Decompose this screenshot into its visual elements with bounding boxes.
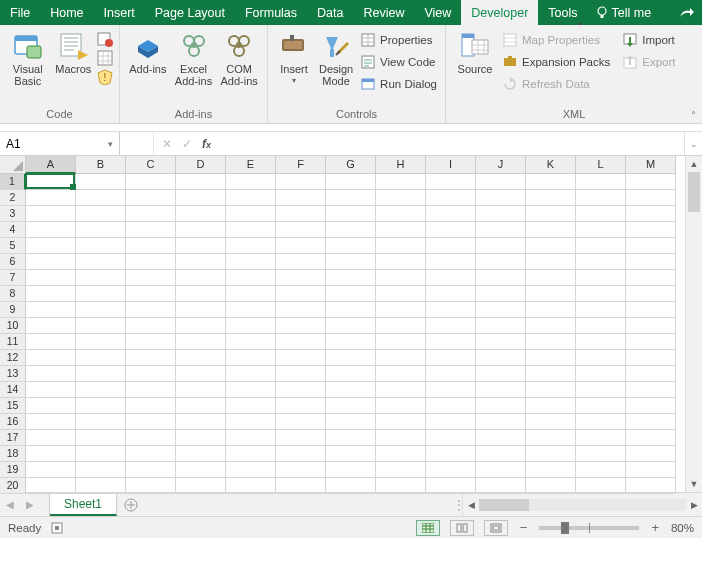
cell[interactable] — [576, 222, 626, 238]
view-page-break-button[interactable] — [484, 520, 508, 536]
tab-insert[interactable]: Insert — [94, 0, 145, 25]
cell[interactable] — [426, 462, 476, 478]
cell[interactable] — [326, 478, 376, 494]
cell[interactable] — [626, 270, 676, 286]
cell[interactable] — [426, 286, 476, 302]
cell[interactable] — [526, 238, 576, 254]
properties-button[interactable]: Properties — [358, 29, 439, 51]
cell[interactable] — [76, 254, 126, 270]
cell[interactable] — [326, 174, 376, 190]
cell[interactable] — [76, 222, 126, 238]
cell[interactable] — [176, 174, 226, 190]
cell[interactable] — [76, 174, 126, 190]
cell[interactable] — [626, 190, 676, 206]
cell[interactable] — [626, 478, 676, 494]
cell[interactable] — [426, 238, 476, 254]
cell[interactable] — [226, 302, 276, 318]
cell[interactable] — [626, 206, 676, 222]
cell[interactable] — [276, 174, 326, 190]
cell[interactable] — [576, 254, 626, 270]
cell[interactable] — [426, 382, 476, 398]
cell[interactable] — [326, 414, 376, 430]
column-header[interactable]: J — [476, 156, 526, 174]
row-header[interactable]: 5 — [0, 238, 26, 254]
cell[interactable] — [576, 398, 626, 414]
hscroll-thumb[interactable] — [479, 499, 529, 511]
scroll-up-icon[interactable]: ▲ — [686, 156, 702, 172]
row-header[interactable]: 17 — [0, 430, 26, 446]
cell[interactable] — [26, 398, 76, 414]
cell[interactable] — [26, 302, 76, 318]
run-dialog-button[interactable]: Run Dialog — [358, 73, 439, 95]
row-header[interactable]: 13 — [0, 366, 26, 382]
tab-view[interactable]: View — [414, 0, 461, 25]
cell[interactable] — [76, 206, 126, 222]
cell[interactable] — [476, 302, 526, 318]
view-normal-button[interactable] — [416, 520, 440, 536]
cell[interactable] — [26, 334, 76, 350]
cell[interactable] — [26, 430, 76, 446]
cell[interactable] — [226, 206, 276, 222]
expansion-packs-button[interactable]: Expansion Packs — [500, 51, 612, 73]
cell[interactable] — [426, 334, 476, 350]
cell[interactable] — [276, 350, 326, 366]
sheet-nav-prev-icon[interactable]: ◀ — [0, 493, 20, 516]
cell[interactable] — [126, 414, 176, 430]
cell[interactable] — [526, 430, 576, 446]
cell[interactable] — [576, 302, 626, 318]
cell[interactable] — [576, 206, 626, 222]
cell[interactable] — [326, 446, 376, 462]
cancel-formula-icon[interactable]: ✕ — [162, 137, 172, 151]
cell[interactable] — [226, 334, 276, 350]
row-header[interactable]: 7 — [0, 270, 26, 286]
cell[interactable] — [26, 382, 76, 398]
cell[interactable] — [426, 254, 476, 270]
column-header[interactable]: C — [126, 156, 176, 174]
cell[interactable] — [376, 446, 426, 462]
cell[interactable] — [426, 318, 476, 334]
cell[interactable] — [376, 190, 426, 206]
column-header[interactable]: L — [576, 156, 626, 174]
row-header[interactable]: 16 — [0, 414, 26, 430]
cell[interactable] — [426, 398, 476, 414]
cell[interactable] — [526, 222, 576, 238]
zoom-slider[interactable] — [539, 526, 639, 530]
cell[interactable] — [626, 430, 676, 446]
cell[interactable] — [76, 286, 126, 302]
row-header[interactable]: 12 — [0, 350, 26, 366]
cell[interactable] — [426, 222, 476, 238]
cell[interactable] — [276, 254, 326, 270]
cell[interactable] — [376, 238, 426, 254]
cell[interactable] — [226, 478, 276, 494]
cell[interactable] — [176, 206, 226, 222]
record-macro-icon[interactable] — [97, 31, 113, 47]
cell[interactable] — [176, 350, 226, 366]
scroll-right-icon[interactable]: ▶ — [686, 500, 702, 510]
cell[interactable] — [426, 350, 476, 366]
cell[interactable] — [326, 334, 376, 350]
cell[interactable] — [226, 398, 276, 414]
cell[interactable] — [126, 478, 176, 494]
cell[interactable] — [26, 478, 76, 494]
insert-function-icon[interactable]: fx — [202, 137, 211, 151]
cell[interactable] — [126, 302, 176, 318]
addins-button[interactable]: Add-ins — [126, 29, 170, 75]
tell-me[interactable]: Tell me — [588, 0, 660, 25]
cell[interactable] — [276, 222, 326, 238]
cell[interactable] — [426, 206, 476, 222]
cell[interactable] — [576, 446, 626, 462]
sheet-tab-1[interactable]: Sheet1 — [50, 493, 117, 516]
vertical-scrollbar[interactable]: ▲ ▼ — [685, 156, 702, 492]
cell[interactable] — [526, 270, 576, 286]
zoom-in-button[interactable]: + — [649, 520, 661, 535]
cell[interactable] — [526, 254, 576, 270]
cell[interactable] — [76, 414, 126, 430]
cell[interactable] — [276, 414, 326, 430]
cell[interactable] — [226, 382, 276, 398]
visual-basic-button[interactable]: Visual Basic — [6, 29, 50, 87]
tab-review[interactable]: Review — [353, 0, 414, 25]
cell[interactable] — [76, 238, 126, 254]
cell[interactable] — [176, 190, 226, 206]
cell[interactable] — [576, 318, 626, 334]
column-header[interactable]: K — [526, 156, 576, 174]
